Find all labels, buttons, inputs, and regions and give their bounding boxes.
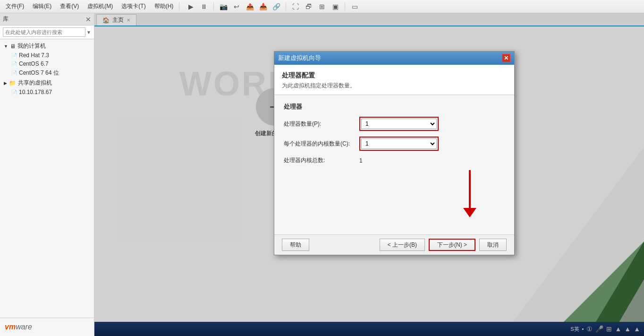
sidebar-close-button[interactable]: ✕ [85,16,91,23]
cores-per-processor-row: 每个处理器的内核数量(C): 124 [284,137,505,151]
receive-button[interactable]: 📥 [257,2,269,11]
menu-file[interactable]: 文件(F) [2,1,28,11]
unity-button[interactable]: ▣ [330,2,341,11]
dialog-titlebar: 新建虚拟机向导 ✕ [274,52,514,65]
toolbar-divider-3 [286,2,286,11]
cores-per-processor-label: 每个处理器的内核数量(C): [284,140,359,148]
content-area: 🏠 主页 ✕ WORK + 创建新的虚拟机 [94,13,644,336]
sidebar-item-centos67[interactable]: 📄 CentOS 6.7 [0,60,94,68]
arrow-area [284,170,505,227]
menu-tab[interactable]: 选项卡(T) [118,1,149,11]
menu-help[interactable]: 帮助(H) [151,1,178,11]
back-button[interactable]: < 上一步(B) [380,239,425,251]
shared-icon: 📁 [9,80,16,86]
toolbar-divider-1 [179,2,179,11]
fullscreen-button[interactable]: ⛶ [290,2,301,11]
processor-count-control: 124 [359,117,505,131]
toolbar-buttons: ▶ ⏸ 📷 ↩ 📤 📥 🔗 ⛶ 🗗 ⊞ ▣ ▭ [185,2,360,11]
expand-icon: ▼ [4,44,8,49]
sidebar-item-shared-ip[interactable]: 📄 10.10.178.67 [0,88,94,96]
dialog-section-title: 处理器 [284,103,505,111]
vm-icon-centos764: 📄 [11,70,17,76]
expand-icon-shared: ▶ [4,81,7,86]
processor-count-label: 处理器数量(P): [284,120,359,128]
search-input[interactable] [3,27,85,37]
revert-button[interactable]: ↩ [231,2,242,11]
toolbar-divider-4 [345,2,345,11]
help-button[interactable]: 帮助 [282,239,309,251]
menu-vm[interactable]: 虚拟机(M) [84,1,117,11]
sidebar-title: 库 [3,15,8,23]
play-button[interactable]: ▶ [185,2,196,11]
sidebar-item-my-computer[interactable]: ▼ 🖥 我的计算机 [0,41,94,51]
fit-button[interactable]: ⊞ [316,2,328,11]
new-vm-wizard-dialog: 新建虚拟机向导 ✕ 处理器配置 为此虚拟机指定处理器数量。 处理器 处理器数量(… [274,51,515,255]
sidebar-tree: ▼ 🖥 我的计算机 📄 Red Hat 7.3 📄 CentOS 6.7 📄 C… [0,39,94,318]
menu-edit[interactable]: 编辑(E) [29,1,55,11]
arrow-line [469,170,471,208]
cores-per-processor-control: 124 [359,137,505,151]
sidebar-item-redhat73[interactable]: 📄 Red Hat 7.3 [0,51,94,60]
sidebar-item-centos764[interactable]: 📄 CentOS 7 64 位 [0,68,94,78]
computer-icon: 🖥 [10,43,16,50]
vmware-logo-area: vmware [0,318,94,336]
main-layout: 库 ✕ ▼ ▼ 🖥 我的计算机 📄 Red Hat 7.3 📄 CentOS 6… [0,13,644,336]
menu-bar: 文件(F) 编辑(E) 查看(V) 虚拟机(M) 选项卡(T) 帮助(H) ▶ … [0,0,644,13]
modal-overlay: 新建虚拟机向导 ✕ 处理器配置 为此虚拟机指定处理器数量。 处理器 处理器数量(… [94,13,644,336]
cancel-button[interactable]: 取消 [479,239,507,251]
sidebar: 库 ✕ ▼ ▼ 🖥 我的计算机 📄 Red Hat 7.3 📄 CentOS 6… [0,13,94,336]
sidebar-header: 库 ✕ [0,13,94,26]
processor-count-select[interactable]: 124 [361,119,437,129]
total-cores-row: 处理器内核总数: 1 [284,156,505,164]
dialog-header-subtitle: 为此虚拟机指定处理器数量。 [282,82,507,90]
sidebar-item-shared[interactable]: ▶ 📁 共享的虚拟机 [0,78,94,88]
next-button[interactable]: 下一步(N) > [429,239,475,251]
sidebar-search: ▼ [0,26,94,39]
ip-icon: 📄 [11,90,17,95]
snapshot-button[interactable]: 📷 [218,2,229,11]
pause-button[interactable]: ⏸ [198,2,210,11]
cores-per-processor-select[interactable]: 124 [361,138,437,149]
processor-count-row: 处理器数量(P): 124 [284,117,505,131]
dialog-header: 处理器配置 为此虚拟机指定处理器数量。 [274,65,514,95]
send-button[interactable]: 📤 [244,2,255,11]
dialog-footer: 帮助 < 上一步(B) 下一步(N) > 取消 [274,234,514,255]
total-cores-label: 处理器内核总数: [284,156,359,164]
annotation-arrow [463,170,476,217]
shared-label: 共享的虚拟机 [18,79,52,87]
footer-right-buttons: < 上一步(B) 下一步(N) > 取消 [380,239,507,251]
total-cores-value: 1 [359,157,363,164]
terminal-button[interactable]: ▭ [349,2,360,11]
dialog-header-title: 处理器配置 [282,71,507,80]
vmware-logo: vmware [5,323,32,331]
dialog-close-button[interactable]: ✕ [502,54,510,62]
cores-highlight-box: 124 [359,137,439,151]
share-button[interactable]: 🔗 [271,2,282,11]
search-dropdown-icon[interactable]: ▼ [86,30,91,35]
my-computer-label: 我的计算机 [17,42,46,50]
dialog-title: 新建虚拟机向导 [278,54,321,62]
dialog-body: 处理器 处理器数量(P): 124 [274,95,514,234]
menu-view[interactable]: 查看(V) [56,1,83,11]
toolbar-divider-2 [213,2,214,11]
vm-icon-centos67: 📄 [11,61,17,67]
arrow-head [463,208,476,217]
processor-highlight-box: 124 [359,117,439,131]
window-button[interactable]: 🗗 [303,2,314,11]
vm-icon-redhat: 📄 [11,53,17,58]
menu-items: 文件(F) 编辑(E) 查看(V) 虚拟机(M) 选项卡(T) 帮助(H) [2,1,177,11]
